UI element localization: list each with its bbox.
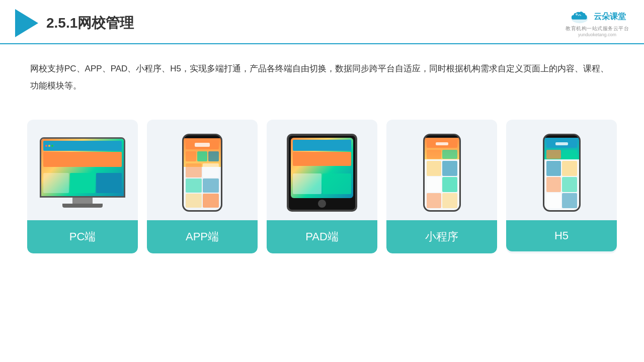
card-pc-image — [27, 120, 138, 220]
header: 2.5.1网校管理 云朵课堂 教育机构一站式服务云平台 yunduoketang… — [0, 0, 644, 44]
description-text: 网校支持PC、APP、PAD、小程序、H5，实现多端打通，产品各终端自由切换，数… — [0, 44, 644, 105]
tablet-home-btn — [318, 200, 326, 208]
card-mini-label: 小程序 — [386, 220, 497, 253]
card-pad: PAD端 — [267, 120, 377, 253]
page-title: 2.5.1网校管理 — [46, 14, 134, 33]
logo-triangle-icon — [15, 9, 38, 37]
brand-logo: 云朵课堂 — [569, 9, 626, 24]
tb3 — [323, 173, 351, 194]
monitor-body — [40, 137, 125, 198]
dot-red — [45, 145, 47, 147]
tablet-screen — [291, 138, 353, 198]
mini-phone-mockup — [423, 134, 461, 212]
monitor-bar — [43, 141, 122, 151]
monitor-base — [62, 204, 103, 208]
tablet-bar — [293, 140, 351, 151]
h5-phone-mockup — [543, 134, 581, 212]
tb2 — [293, 173, 321, 194]
header-left: 2.5.1网校管理 — [15, 9, 134, 37]
monitor-screen — [41, 139, 124, 196]
card-pad-label: PAD端 — [267, 220, 377, 253]
brand-url: yunduoketang.com — [578, 32, 616, 37]
cards-container: PC端 — [0, 110, 644, 263]
tb1 — [293, 152, 351, 166]
dot-green — [51, 145, 53, 147]
h5-screen — [544, 138, 579, 210]
screen-block-1 — [43, 152, 122, 167]
brand-name: 云朵课堂 — [594, 12, 626, 22]
card-mini-image — [386, 120, 497, 220]
phone-mockup-app — [182, 134, 222, 212]
card-app-image — [147, 120, 258, 220]
pb4 — [186, 163, 202, 177]
pc-mockup — [40, 137, 125, 208]
phone-screen — [184, 138, 221, 210]
pb9 — [203, 194, 219, 208]
brand-tagline: 教育机构一站式服务云平台 — [566, 25, 629, 32]
screen-block-2 — [43, 173, 69, 193]
card-app-label: APP端 — [147, 220, 258, 253]
pb8 — [186, 194, 202, 208]
phone-notch — [196, 135, 208, 138]
svg-point-1 — [576, 13, 578, 15]
pb2 — [197, 151, 208, 161]
tablet-mockup — [287, 134, 357, 212]
card-pc: PC端 — [27, 120, 138, 253]
monitor-stand — [72, 198, 93, 204]
pb3 — [208, 151, 219, 161]
card-h5: H5 — [506, 120, 617, 253]
card-h5-image — [506, 120, 617, 220]
card-mini: 小程序 — [386, 120, 497, 253]
mini-screen — [425, 138, 459, 210]
pb7 — [203, 178, 219, 193]
pb6 — [186, 178, 202, 193]
pb1 — [186, 151, 196, 161]
pb5 — [203, 163, 219, 177]
card-app: APP端 — [147, 120, 258, 253]
card-pc-label: PC端 — [27, 220, 138, 253]
screen-block-3 — [70, 173, 96, 193]
dot-yellow — [48, 145, 50, 147]
screen-block-4 — [96, 173, 122, 193]
phone-header — [186, 140, 219, 149]
card-h5-label: H5 — [506, 220, 617, 251]
cloud-logo-icon — [569, 9, 591, 24]
brand-section: 云朵课堂 教育机构一站式服务云平台 yunduoketang.com — [566, 9, 629, 37]
card-pad-image — [267, 120, 377, 220]
